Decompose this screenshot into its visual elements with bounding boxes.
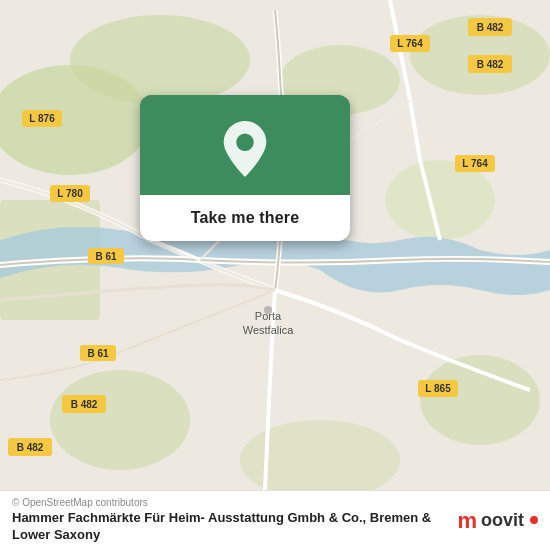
svg-text:L 780: L 780: [57, 188, 83, 199]
moovit-dot: [530, 516, 538, 524]
svg-text:B 482: B 482: [17, 442, 44, 453]
svg-point-2: [70, 15, 250, 105]
place-name: Hammer Fachmärkte Für Heim- Ausstattung …: [12, 510, 457, 544]
svg-text:L 865: L 865: [425, 383, 451, 394]
svg-text:Westfalica: Westfalica: [243, 324, 294, 336]
location-pin-icon: [219, 119, 271, 179]
location-popup: Take me there: [140, 95, 350, 241]
moovit-m-letter: m: [457, 510, 477, 532]
footer-text-block: © OpenStreetMap contributors Hammer Fach…: [12, 497, 457, 544]
footer: © OpenStreetMap contributors Hammer Fach…: [0, 490, 550, 550]
svg-text:B 61: B 61: [87, 348, 109, 359]
svg-text:B 482: B 482: [477, 59, 504, 70]
svg-text:L 876: L 876: [29, 113, 55, 124]
take-me-there-button[interactable]: Take me there: [140, 195, 350, 241]
svg-text:B 61: B 61: [95, 251, 117, 262]
svg-text:B 482: B 482: [71, 399, 98, 410]
svg-point-34: [264, 306, 272, 314]
popup-icon-area: [140, 95, 350, 195]
moovit-wordmark: oovit: [481, 510, 524, 531]
map-container: B 482 B 482 L 764 L 764 L 876 L 780 B 61…: [0, 0, 550, 490]
svg-text:L 764: L 764: [462, 158, 488, 169]
svg-point-35: [236, 134, 253, 151]
svg-point-7: [50, 370, 190, 470]
map-attribution: © OpenStreetMap contributors: [12, 497, 457, 508]
svg-text:L 764: L 764: [397, 38, 423, 49]
svg-point-9: [420, 355, 540, 445]
moovit-logo: m oovit: [457, 510, 538, 532]
svg-text:B 482: B 482: [477, 22, 504, 33]
